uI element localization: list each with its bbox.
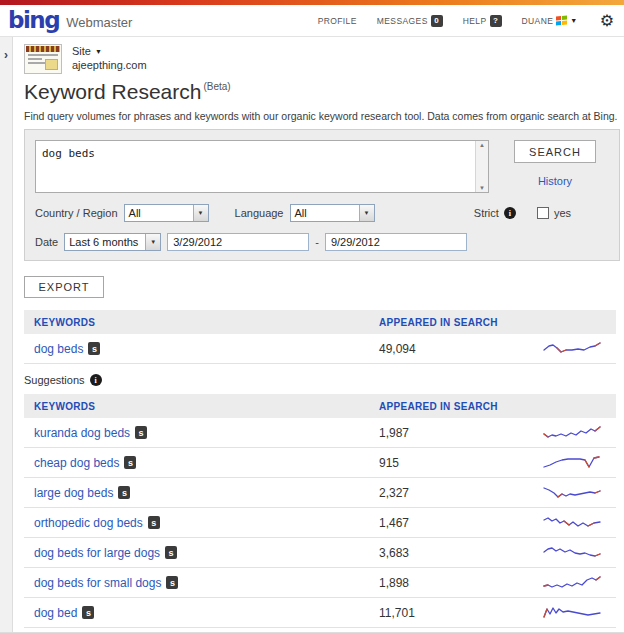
site-thumbnail	[24, 44, 62, 74]
suggestions-table: KEYWORDS APPEARED IN SEARCH kuranda dog …	[24, 394, 616, 628]
nav-help[interactable]: HELP ?	[463, 15, 502, 27]
nav-profile-label: PROFILE	[318, 16, 357, 26]
col-keywords: KEYWORDS	[24, 317, 369, 328]
messages-count-badge: 0	[431, 15, 443, 27]
keyword-link[interactable]: dog bed	[34, 606, 77, 620]
appeared-count: 49,094	[369, 342, 536, 356]
date-range-value: Last 6 months	[65, 234, 145, 250]
suggestions-table-header: KEYWORDS APPEARED IN SEARCH	[24, 394, 616, 418]
appeared-count: 2,327	[369, 486, 536, 500]
trend-sparkline	[536, 454, 616, 472]
nav-messages-label: MESSAGES	[377, 16, 428, 26]
chevron-down-icon: ▼	[359, 205, 374, 221]
keyword-ads-badge[interactable]: s	[148, 516, 160, 529]
page-title-text: Keyword Research	[24, 80, 201, 103]
keyword-ads-badge[interactable]: s	[118, 486, 130, 499]
history-link[interactable]: History	[538, 175, 572, 187]
suggestions-table-body: kuranda dog beds s 1,987 cheap dog beds …	[24, 418, 616, 628]
col-appeared: APPEARED IN SEARCH	[369, 401, 536, 412]
date-to-input[interactable]: 9/29/2012	[325, 233, 467, 251]
results-table: KEYWORDS APPEARED IN SEARCH dog beds s 4…	[24, 310, 616, 364]
keyword-link[interactable]: dog beds	[34, 342, 83, 356]
main-content: Site ▼ ajeepthing.com Keyword Research(B…	[13, 37, 624, 633]
trend-sparkline	[536, 424, 616, 442]
keyword-link[interactable]: orthopedic dog beds	[34, 516, 143, 530]
table-row: kuranda dog beds s 1,987	[24, 418, 616, 448]
keyword-ads-badge[interactable]: s	[166, 576, 178, 589]
keyword-ads-badge[interactable]: s	[165, 546, 177, 559]
user-name-label: DUANE	[522, 16, 554, 26]
chevron-down-icon: ▼	[570, 17, 577, 24]
site-domain: ajeepthing.com	[72, 59, 147, 71]
keyword-link[interactable]: large dog beds	[34, 486, 113, 500]
table-row: dog beds for large dogs s 3,683	[24, 538, 616, 568]
keyword-ads-badge[interactable]: s	[88, 342, 100, 355]
keyword-link[interactable]: dog beds for large dogs	[34, 546, 160, 560]
filters-row: Country / Region All ▼ Language All ▼ St…	[35, 204, 609, 222]
trend-sparkline	[536, 574, 616, 592]
table-row: dog beds s 49,094	[24, 334, 616, 364]
appeared-count: 1,987	[369, 426, 536, 440]
country-select[interactable]: All ▼	[124, 204, 209, 222]
keyword-query-input[interactable]: dog beds	[36, 141, 475, 192]
col-appeared: APPEARED IN SEARCH	[369, 317, 536, 328]
trend-sparkline	[536, 340, 616, 358]
page-description: Find query volumes for phrases and keywo…	[24, 110, 620, 122]
language-select-value: All	[291, 205, 359, 221]
date-from-input[interactable]: 3/29/2012	[167, 233, 309, 251]
keyword-link[interactable]: kuranda dog beds	[34, 426, 130, 440]
trend-sparkline	[536, 544, 616, 562]
chevron-down-icon: ▼	[193, 205, 208, 221]
keyword-link[interactable]: dog beds for small dogs	[34, 576, 161, 590]
site-dropdown-label: Site	[72, 45, 91, 57]
table-row: orthopedic dog beds s 1,467	[24, 508, 616, 538]
strict-checkbox-label: yes	[554, 207, 571, 219]
help-badge: ?	[490, 15, 502, 27]
keyword-link[interactable]: cheap dog beds	[34, 456, 119, 470]
keyword-ads-badge[interactable]: s	[124, 456, 136, 469]
chevron-down-icon: ▼	[145, 234, 160, 250]
scroll-up-icon[interactable]: ▲	[479, 142, 485, 148]
nav-help-label: HELP	[463, 16, 487, 26]
nav-messages[interactable]: MESSAGES 0	[377, 15, 443, 27]
search-button[interactable]: SEARCH	[514, 140, 596, 163]
trend-sparkline	[536, 484, 616, 502]
query-scrollbar[interactable]: ▲ ▼	[475, 141, 488, 192]
trend-sparkline	[536, 514, 616, 532]
chevron-down-icon: ▼	[95, 48, 102, 55]
sidebar-expand-chevron-icon[interactable]: ›	[4, 48, 8, 62]
search-panel: dog beds ▲ ▼ SEARCH History Country / Re…	[24, 129, 620, 261]
language-label: Language	[235, 207, 284, 219]
keyword-ads-badge[interactable]: s	[135, 426, 147, 439]
suggestions-label: Suggestions	[24, 374, 85, 386]
site-dropdown[interactable]: Site ▼	[72, 45, 147, 57]
appeared-count: 11,701	[369, 606, 536, 620]
bing-logo[interactable]: bing	[8, 9, 59, 32]
results-table-body: dog beds s 49,094	[24, 334, 616, 364]
appeared-count: 3,683	[369, 546, 536, 560]
table-row: large dog beds s 2,327	[24, 478, 616, 508]
product-name: Webmaster	[66, 15, 132, 30]
nav-profile[interactable]: PROFILE	[318, 16, 357, 26]
date-separator: -	[315, 236, 319, 248]
language-select[interactable]: All ▼	[290, 204, 375, 222]
site-selector-row: Site ▼ ajeepthing.com	[24, 44, 620, 74]
settings-gear-icon[interactable]: ⚙	[600, 13, 614, 29]
appeared-count: 1,467	[369, 516, 536, 530]
table-row: dog bed s 11,701	[24, 598, 616, 628]
col-keywords: KEYWORDS	[24, 401, 369, 412]
export-button[interactable]: EXPORT	[24, 276, 104, 298]
date-label: Date	[35, 236, 58, 248]
appeared-count: 1,898	[369, 576, 536, 590]
strict-info-icon[interactable]: i	[504, 207, 516, 219]
scroll-down-icon[interactable]: ▼	[479, 185, 485, 191]
query-box: dog beds ▲ ▼	[35, 140, 489, 193]
suggestions-info-icon[interactable]: i	[90, 374, 102, 386]
strict-label: Strict	[474, 207, 499, 219]
date-range-select[interactable]: Last 6 months ▼	[64, 233, 161, 251]
keyword-ads-badge[interactable]: s	[82, 606, 94, 619]
date-row: Date Last 6 months ▼ 3/29/2012 - 9/29/20…	[35, 233, 609, 251]
nav-user-menu[interactable]: DUANE ▼	[522, 16, 578, 26]
page-title: Keyword Research(Beta)	[24, 80, 620, 104]
strict-checkbox[interactable]	[537, 207, 549, 219]
